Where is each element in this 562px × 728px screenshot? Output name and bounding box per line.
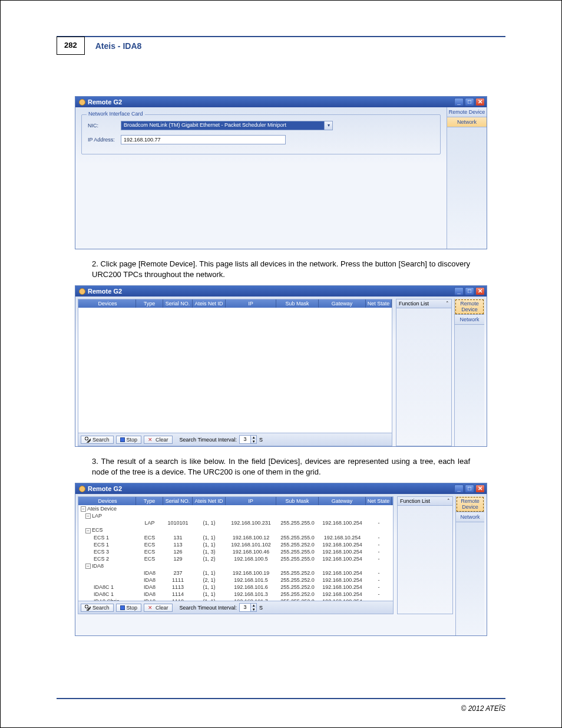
tree-toggle-icon[interactable]: − <box>81 506 86 512</box>
grid-header-row: Devices Type Serial NO. Ateis Net ID IP … <box>78 497 393 505</box>
table-row[interactable]: −LAP <box>78 512 393 519</box>
ip-address-field[interactable] <box>121 135 286 144</box>
search-button[interactable]: Search <box>81 604 114 612</box>
col-ateis-net-id[interactable]: Ateis Net ID <box>193 299 226 308</box>
maximize-button[interactable]: □ <box>465 287 474 295</box>
page-number: 282 <box>57 37 85 55</box>
tab-network[interactable]: Network <box>456 512 484 522</box>
chevron-up-icon[interactable]: ˄ <box>446 301 449 307</box>
col-netstate[interactable]: Net State <box>366 299 392 308</box>
stop-button[interactable]: Stop <box>116 436 142 444</box>
screenshot-network-tab: Remote G2 _ □ ✕ Network Interface Card N… <box>75 96 487 249</box>
col-gateway[interactable]: Gateway <box>319 299 366 308</box>
col-gateway[interactable]: Gateway <box>319 497 366 505</box>
clear-button[interactable]: Clear <box>144 436 173 444</box>
screenshot-remote-device-results: Remote G2 _ □ ✕ Devices Type <box>75 483 487 636</box>
table-row[interactable]: −IDA8 <box>78 562 393 569</box>
instruction-step-2: 2. Click page [Remote Device]. This page… <box>92 259 470 279</box>
col-ateis-net-id[interactable]: Ateis Net ID <box>193 497 226 505</box>
spinner-down-icon[interactable]: ▼ <box>250 440 256 444</box>
timeout-label: Search Timeout Interval: <box>180 605 237 611</box>
search-icon <box>85 605 91 611</box>
app-icon <box>79 99 85 106</box>
timeout-unit: S <box>259 605 263 611</box>
tree-toggle-icon[interactable]: − <box>85 528 91 533</box>
grid-toolbar: Search Stop Clear Search Timeout Interva… <box>78 433 392 446</box>
grid-toolbar: Search Stop Clear Search Timeout Interva… <box>78 601 393 614</box>
col-devices[interactable]: Devices <box>78 299 136 308</box>
table-row[interactable]: IDA8237(1, 1)192.168.100.19255.255.252.0… <box>78 569 393 577</box>
window-title: Remote G2 <box>88 485 122 492</box>
table-row[interactable]: ECS 3ECS126(1, 3)192.168.100.46255.255.2… <box>78 548 393 555</box>
chevron-up-icon[interactable]: ˄ <box>447 498 450 504</box>
close-button[interactable]: ✕ <box>475 485 485 493</box>
grid-header-row: Devices Type Serial NO. Ateis Net ID IP … <box>78 299 392 308</box>
timeout-spinner[interactable]: 3 ▲▼ <box>239 435 257 444</box>
stop-icon <box>120 605 125 610</box>
tab-remote-device[interactable]: Remote Device <box>455 299 484 315</box>
stop-button[interactable]: Stop <box>116 604 142 612</box>
nic-groupbox: Network Interface Card NIC: Broadcom Net… <box>81 114 441 154</box>
table-row[interactable]: ECS 1ECS131(1, 1)192.168.100.12255.255.2… <box>78 534 393 541</box>
devices-grid[interactable]: Devices Type Serial NO. Ateis Net ID IP … <box>78 496 394 614</box>
col-submask[interactable]: Sub Mask <box>276 299 319 308</box>
groupbox-label: Network Interface Card <box>87 111 145 117</box>
document-title: Ateis - IDA8 <box>85 37 153 55</box>
table-row[interactable]: LAP1010101(1, 1)192.168.100.231255.255.2… <box>78 519 393 526</box>
col-ip[interactable]: IP <box>226 299 276 308</box>
function-list-label: Function List <box>399 301 429 307</box>
function-list-panel: Function List ˄ <box>396 299 452 446</box>
col-type[interactable]: Type <box>136 497 163 505</box>
tree-toggle-icon[interactable]: − <box>85 513 91 519</box>
timeout-unit: S <box>259 437 263 443</box>
table-row[interactable]: ECS 1ECS113(1, 1)192.168.101.102255.255.… <box>78 541 393 548</box>
table-row[interactable]: −Ateis Device <box>78 505 393 512</box>
window-title: Remote G2 <box>88 288 122 295</box>
col-type[interactable]: Type <box>136 299 163 308</box>
table-row[interactable]: IDA81111(2, 1)192.168.101.5255.255.252.0… <box>78 577 393 584</box>
search-button[interactable]: Search <box>81 436 114 444</box>
search-icon <box>85 437 91 443</box>
table-row[interactable]: IDA8C 1IDA81114(1, 1)192.168.101.3255.25… <box>78 591 393 598</box>
copyright: © 2012 ATEÏS <box>461 704 505 713</box>
table-row[interactable]: ECS 2ECS129(1, 2)192.168.100.5255.255.25… <box>78 555 393 562</box>
col-netstate[interactable]: Net State <box>366 497 392 505</box>
app-icon <box>79 486 85 492</box>
window-title: Remote G2 <box>88 98 122 106</box>
nic-dropdown[interactable]: Broadcom NetLink (TM) Gigabit Ethernet -… <box>121 121 333 130</box>
function-list-label: Function List <box>400 498 430 504</box>
clear-icon <box>148 605 154 611</box>
maximize-button[interactable]: □ <box>465 98 474 106</box>
nic-value: Broadcom NetLink (TM) Gigabit Ethernet -… <box>121 121 325 130</box>
app-icon <box>79 288 85 295</box>
clear-icon <box>148 437 154 443</box>
minimize-button[interactable]: _ <box>454 98 464 106</box>
ip-label: IP Address: <box>88 137 121 143</box>
table-row[interactable]: −ECS <box>78 526 393 533</box>
col-devices[interactable]: Devices <box>78 497 136 505</box>
minimize-button[interactable]: _ <box>454 485 464 493</box>
timeout-value: 3 <box>240 604 250 611</box>
chevron-down-icon[interactable]: ▾ <box>325 121 333 130</box>
col-serial[interactable]: Serial NO. <box>163 299 193 308</box>
tab-network[interactable]: Network <box>455 315 484 325</box>
tab-remote-device[interactable]: Remote Device <box>456 496 484 512</box>
maximize-button[interactable]: □ <box>465 485 474 493</box>
timeout-label: Search Timeout Interval: <box>180 437 237 443</box>
col-ip[interactable]: IP <box>226 497 276 505</box>
devices-grid[interactable]: Devices Type Serial NO. Ateis Net ID IP … <box>78 299 392 446</box>
instruction-step-3: 3. The result of a search is like below.… <box>92 456 470 477</box>
close-button[interactable]: ✕ <box>475 98 485 106</box>
tab-remote-device[interactable]: Remote Device <box>447 107 487 117</box>
screenshot-remote-device-empty: Remote G2 _ □ ✕ Devices Type <box>75 285 487 447</box>
timeout-spinner[interactable]: 3 ▲▼ <box>239 603 257 612</box>
clear-button[interactable]: Clear <box>144 604 173 612</box>
spinner-down-icon[interactable]: ▼ <box>250 608 256 612</box>
tree-toggle-icon[interactable]: − <box>85 564 91 569</box>
table-row[interactable]: IDA8C 1IDA81113(1, 1)192.168.101.6255.25… <box>78 584 393 591</box>
minimize-button[interactable]: _ <box>454 287 464 295</box>
tab-network[interactable]: Network <box>447 117 487 127</box>
col-submask[interactable]: Sub Mask <box>276 497 319 505</box>
col-serial[interactable]: Serial NO. <box>163 497 193 505</box>
close-button[interactable]: ✕ <box>475 287 485 295</box>
